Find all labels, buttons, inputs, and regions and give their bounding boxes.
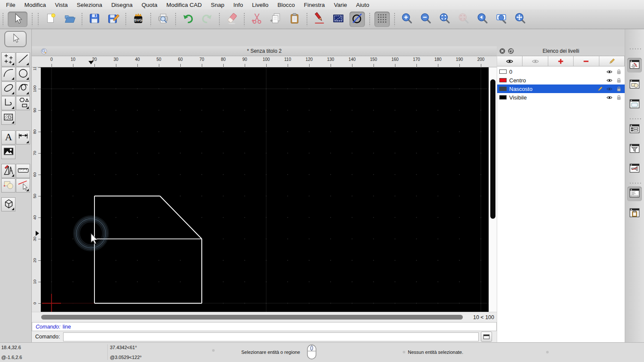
grid-toggle-button[interactable] xyxy=(374,12,390,27)
edit-layer-button[interactable] xyxy=(599,56,625,66)
measure-tool[interactable] xyxy=(16,164,30,178)
layer-row-centro[interactable]: Centro xyxy=(497,76,625,84)
select-window-button[interactable] xyxy=(331,12,346,27)
new-document-button[interactable] xyxy=(43,12,58,27)
text-tool[interactable]: A xyxy=(1,130,15,145)
save-as-button[interactable] xyxy=(106,12,121,27)
menu-item-file[interactable]: File xyxy=(6,2,15,8)
info-tool[interactable] xyxy=(1,178,15,193)
vertical-scrollbar[interactable] xyxy=(489,67,497,312)
zoom-selected-button[interactable] xyxy=(456,12,471,27)
select-tool-button[interactable] xyxy=(8,12,27,27)
solid-tool[interactable] xyxy=(1,197,15,211)
ellipse-tool[interactable] xyxy=(1,81,15,96)
print-preview-button[interactable] xyxy=(155,12,171,27)
arc-tool[interactable] xyxy=(1,67,15,81)
layers-dock-toggle[interactable] xyxy=(627,58,642,72)
edit-pencil-icon[interactable] xyxy=(596,86,604,92)
zoom-auto-button[interactable] xyxy=(437,12,453,27)
pen-edit-button[interactable] xyxy=(312,12,327,27)
menu-item-seleziona[interactable]: Seleziona xyxy=(77,2,102,8)
dimension-tool[interactable] xyxy=(16,130,30,145)
save-button[interactable] xyxy=(87,12,102,27)
strip-handle[interactable] xyxy=(629,48,641,50)
zoom-in-button[interactable] xyxy=(399,12,415,27)
menu-item-vista[interactable]: Vista xyxy=(55,2,68,8)
layer-visibility-eye-icon[interactable] xyxy=(606,77,613,84)
line-tool[interactable] xyxy=(16,52,30,66)
menu-item-snap[interactable]: Snap xyxy=(211,2,225,8)
menu-item-modifica-cad[interactable]: Modifica CAD xyxy=(166,2,202,8)
points-tool[interactable] xyxy=(1,52,15,66)
open-file-button[interactable] xyxy=(62,12,77,27)
redo-button[interactable] xyxy=(199,12,215,27)
blocks-dock-toggle[interactable] xyxy=(627,78,642,92)
hide-all-layers-button[interactable] xyxy=(522,56,548,66)
copy-button[interactable] xyxy=(268,12,283,27)
layer-lock-icon[interactable] xyxy=(615,69,623,75)
vertical-scrollbar-thumb[interactable] xyxy=(490,79,495,219)
layer-row-nascosto[interactable]: Nascosto xyxy=(497,84,625,93)
delete-button[interactable] xyxy=(224,12,240,27)
command-dock-icon xyxy=(629,187,641,201)
command-window-button[interactable] xyxy=(481,332,492,342)
image-tool[interactable] xyxy=(1,145,15,159)
cut-button[interactable] xyxy=(249,12,264,27)
layer-lock-icon[interactable] xyxy=(615,94,623,101)
layer-visibility-eye-icon[interactable] xyxy=(606,94,613,101)
polygon-tool[interactable] xyxy=(16,96,30,110)
paste-button[interactable] xyxy=(287,12,302,27)
command-dock-toggle[interactable] xyxy=(627,187,642,201)
polyline-tool[interactable] xyxy=(1,96,15,110)
layer-lock-icon[interactable] xyxy=(615,77,623,84)
modify-tool[interactable] xyxy=(1,164,15,178)
remove-layer-button[interactable] xyxy=(574,56,599,66)
entity-list-dock-toggle[interactable] xyxy=(627,122,642,137)
h-ruler-label: 80 xyxy=(221,57,225,62)
menu-item-aiuto[interactable]: Aiuto xyxy=(356,2,369,8)
zoom-pan-button[interactable] xyxy=(513,12,528,27)
status-bar: 18.4,32.6 @-1.6,2.6 37.4342<61° @3.0529<… xyxy=(0,342,644,362)
menu-item-disegna[interactable]: Disegna xyxy=(111,2,133,8)
show-all-layers-button[interactable] xyxy=(497,56,522,66)
deselect-all-icon xyxy=(351,12,364,27)
export-svg-button[interactable]: SVG xyxy=(131,12,146,27)
points-tool-icon xyxy=(3,53,15,66)
undo-button[interactable] xyxy=(180,12,196,27)
selection-tool-button[interactable] xyxy=(4,31,27,47)
filter-dock-toggle[interactable] xyxy=(627,142,642,157)
circle-tool[interactable] xyxy=(16,67,30,81)
hatch-tool[interactable] xyxy=(1,111,15,125)
horizontal-scrollbar-thumb[interactable] xyxy=(41,315,463,320)
spline-tool[interactable] xyxy=(16,81,30,96)
plugins-dock-toggle[interactable] xyxy=(627,162,642,176)
drawing-canvas[interactable] xyxy=(41,67,489,312)
menu-item-livello[interactable]: Livello xyxy=(252,2,268,8)
layer-visibility-eye-icon[interactable] xyxy=(606,86,613,92)
command-input[interactable] xyxy=(63,332,479,341)
h-ruler-label: 90 xyxy=(242,57,247,62)
drawing-window-titlebar[interactable]: * Senza titolo 2 xyxy=(32,46,497,56)
menu-item-varie[interactable]: Varie xyxy=(334,2,347,8)
menu-item-quota[interactable]: Quota xyxy=(142,2,158,8)
layer-row-0[interactable]: 0 xyxy=(497,67,625,76)
add-layer-button[interactable] xyxy=(548,56,574,66)
clipboard-dock-toggle[interactable] xyxy=(627,206,642,221)
zoom-window-button[interactable] xyxy=(494,12,509,27)
select-entity-tool[interactable] xyxy=(16,178,30,193)
cut-icon xyxy=(250,12,263,27)
horizontal-scrollbar[interactable]: 10 < 100 xyxy=(32,312,497,322)
layer-row-visibile[interactable]: Visibile xyxy=(497,93,625,102)
zoom-out-button[interactable] xyxy=(418,12,434,27)
menu-item-info[interactable]: Info xyxy=(234,2,243,8)
deselect-all-button[interactable] xyxy=(349,12,365,27)
zoom-previous-button[interactable] xyxy=(475,12,490,27)
menu-item-blocco[interactable]: Blocco xyxy=(277,2,295,8)
menu-item-modifica[interactable]: Modifica xyxy=(24,2,46,8)
layer-visibility-eye-icon[interactable] xyxy=(606,69,613,75)
status-divider-dot xyxy=(403,351,405,353)
menu-item-finestra[interactable]: Finestra xyxy=(304,2,325,8)
h-ruler-tick xyxy=(352,64,352,67)
layer-lock-icon[interactable] xyxy=(615,86,623,92)
library-dock-toggle[interactable] xyxy=(627,97,642,112)
